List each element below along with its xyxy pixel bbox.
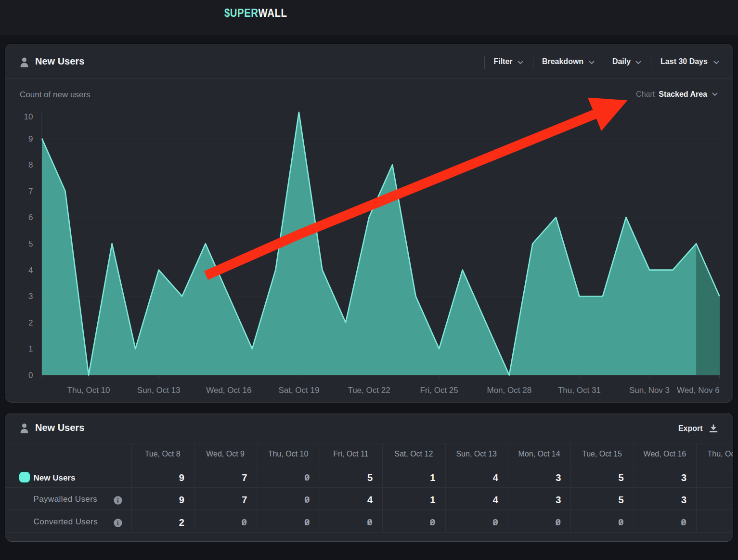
svg-text:10: 10 <box>24 112 33 121</box>
svg-text:Sun, Nov 3: Sun, Nov 3 <box>629 386 670 395</box>
svg-text:Sat, Oct 19: Sat, Oct 19 <box>278 386 319 395</box>
svg-text:Fri, Oct 25: Fri, Oct 25 <box>420 386 458 395</box>
svg-text:Thu, Oct 31: Thu, Oct 31 <box>558 386 601 395</box>
svg-text:Wed, Oct 16: Wed, Oct 16 <box>206 386 251 395</box>
svg-text:Sun, Oct 13: Sun, Oct 13 <box>137 386 181 395</box>
svg-text:3: 3 <box>28 292 33 301</box>
svg-text:Mon, Oct 28: Mon, Oct 28 <box>487 386 531 395</box>
svg-text:2: 2 <box>28 318 33 327</box>
svg-text:0: 0 <box>28 371 33 380</box>
svg-text:Tue, Oct 22: Tue, Oct 22 <box>348 386 390 395</box>
svg-text:7: 7 <box>28 187 33 196</box>
svg-text:8: 8 <box>28 160 33 169</box>
svg-text:Wed, Nov 6: Wed, Nov 6 <box>677 386 720 395</box>
svg-text:4: 4 <box>28 266 33 275</box>
svg-text:Thu, Oct 10: Thu, Oct 10 <box>67 386 110 395</box>
svg-text:1: 1 <box>28 344 33 353</box>
svg-text:5: 5 <box>28 239 33 248</box>
svg-text:6: 6 <box>28 213 33 222</box>
svg-text:9: 9 <box>28 134 33 143</box>
